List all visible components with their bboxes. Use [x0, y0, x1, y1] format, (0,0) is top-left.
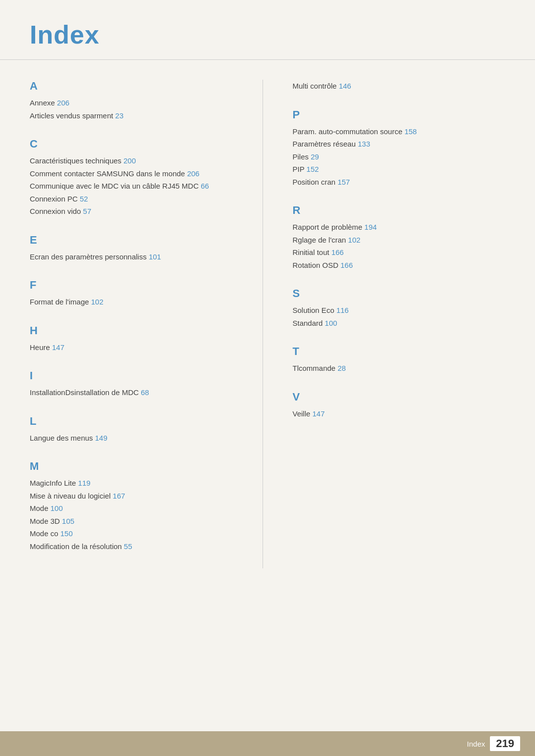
list-item: InstallationDsinstallation de MDC 68: [30, 386, 243, 399]
page-number: 29: [311, 152, 319, 161]
page-number: 152: [307, 165, 319, 173]
page-number: 116: [336, 306, 349, 314]
list-item: Paramètres réseau 133: [293, 138, 506, 151]
page-number: 206: [187, 169, 200, 178]
list-item: Annexe 206: [30, 97, 243, 109]
section-letter: L: [30, 415, 243, 428]
list-item: Rotation OSD 166: [293, 259, 506, 272]
list-item: Heure 147: [30, 341, 243, 354]
section-letter: V: [293, 391, 506, 403]
page-number: 147: [52, 343, 64, 352]
page-number: 150: [60, 529, 73, 538]
list-item: Communique avec le MDC via un câble RJ45…: [30, 180, 243, 193]
list-item: MagicInfo Lite 119: [30, 477, 243, 490]
page-number: 102: [91, 298, 104, 306]
page-number: 158: [404, 127, 417, 136]
index-section: RRapport de problème 194Rglage de l'cran…: [293, 204, 506, 271]
list-item: Mode 100: [30, 502, 243, 515]
page-number: 57: [83, 207, 92, 215]
list-item: Rglage de l'cran 102: [293, 234, 506, 247]
page-number: 200: [123, 156, 136, 165]
index-section: PParam. auto-commutation source 158Param…: [293, 108, 506, 189]
index-section: AAnnexe 206Articles vendus sparment 23: [30, 80, 243, 122]
index-section: TTlcommande 28: [293, 345, 506, 375]
list-item: Comment contacter SAMSUNG dans le monde …: [30, 167, 243, 180]
section-letter: T: [293, 345, 506, 358]
page-footer: Index 219: [0, 731, 535, 756]
index-section: MMagicInfo Lite 119Mise à niveau du logi…: [30, 460, 243, 553]
index-section: SSolution Eco 116Standard 100: [293, 287, 506, 329]
footer-page-number: 219: [490, 736, 520, 751]
list-item: Standard 100: [293, 317, 506, 330]
list-item: Piles 29: [293, 151, 506, 163]
page-number: 55: [124, 542, 132, 551]
list-item: Rinitial tout 166: [293, 246, 506, 259]
section-letter: P: [293, 108, 506, 121]
content-area: AAnnexe 206Articles vendus sparment 23CC…: [0, 65, 535, 598]
page-number: 146: [339, 82, 351, 90]
section-letter: H: [30, 324, 243, 337]
page-number: 157: [337, 178, 350, 186]
index-section: VVeille 147: [293, 391, 506, 420]
list-item: Langue des menus 149: [30, 432, 243, 445]
list-item: Rapport de problème 194: [293, 221, 506, 234]
page-number: 28: [337, 364, 346, 372]
page-header: Index: [0, 0, 535, 60]
list-item: PIP 152: [293, 163, 506, 176]
section-letter: E: [30, 234, 243, 247]
page-number: 68: [141, 388, 149, 397]
list-item: Mode co 150: [30, 527, 243, 540]
page-number: 119: [78, 479, 91, 487]
right-column: Multi contrôle 146PParam. auto-commutati…: [263, 80, 506, 568]
page-number: 166: [340, 261, 353, 269]
list-item: Param. auto-commutation source 158: [293, 125, 506, 138]
list-item: Multi contrôle 146: [293, 80, 506, 93]
page-number: 23: [115, 111, 124, 120]
list-item: Connexion PC 52: [30, 193, 243, 205]
section-letter: M: [30, 460, 243, 473]
index-section: CCaractéristiques techniques 200Comment …: [30, 138, 243, 218]
section-letter: R: [293, 204, 506, 217]
section-letter: C: [30, 138, 243, 151]
page-number: 147: [313, 409, 325, 418]
page-title: Index: [30, 20, 505, 50]
list-item: Modification de la résolution 55: [30, 540, 243, 553]
page-number: 206: [57, 99, 69, 107]
list-item: Position cran 157: [293, 176, 506, 189]
page-number: 194: [365, 223, 377, 231]
list-item: Mode 3D 105: [30, 515, 243, 528]
list-item: Mise à niveau du logiciel 167: [30, 490, 243, 503]
page-number: 100: [51, 504, 63, 512]
index-section: FFormat de l'image 102: [30, 279, 243, 308]
section-letter: F: [30, 279, 243, 292]
list-item: Veille 147: [293, 407, 506, 420]
page-number: 100: [325, 319, 337, 327]
page-number: 133: [358, 140, 370, 148]
page-number: 166: [331, 248, 344, 256]
index-section: EEcran des paramètres personnaliss 101: [30, 234, 243, 263]
page-number: 101: [149, 252, 161, 261]
page-number: 149: [95, 434, 107, 442]
list-item: Solution Eco 116: [293, 304, 506, 317]
section-letter: S: [293, 287, 506, 300]
page-number: 66: [201, 182, 209, 190]
list-item: Caractéristiques techniques 200: [30, 154, 243, 167]
page-number: 52: [80, 195, 88, 203]
list-item: Tlcommande 28: [293, 362, 506, 375]
index-section: IInstallationDsinstallation de MDC 68: [30, 369, 243, 399]
page-number: 167: [113, 492, 125, 500]
list-item: Ecran des paramètres personnaliss 101: [30, 251, 243, 263]
section-letter: A: [30, 80, 243, 93]
section-letter: I: [30, 369, 243, 382]
index-section: Multi contrôle 146: [293, 80, 506, 93]
footer-label: Index: [467, 740, 485, 748]
page-number: 105: [62, 517, 74, 525]
left-column: AAnnexe 206Articles vendus sparment 23CC…: [30, 80, 263, 568]
list-item: Connexion vido 57: [30, 205, 243, 218]
list-item: Format de l'image 102: [30, 296, 243, 308]
page-number: 102: [348, 236, 361, 244]
list-item: Articles vendus sparment 23: [30, 109, 243, 122]
index-section: HHeure 147: [30, 324, 243, 354]
index-section: LLangue des menus 149: [30, 415, 243, 445]
